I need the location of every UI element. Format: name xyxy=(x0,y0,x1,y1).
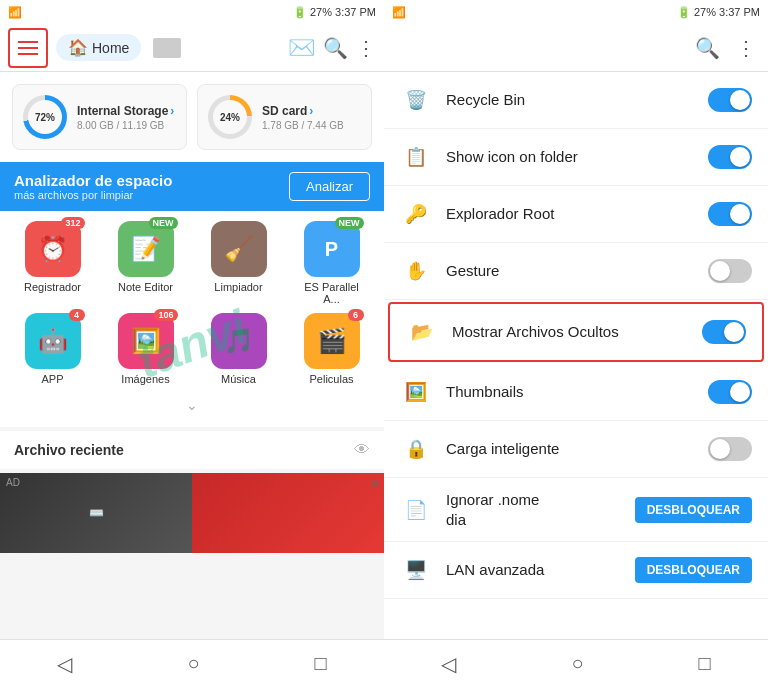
settings-item-ignore-nome: 📄 Ignorar .nomedia DESBLOQUEAR xyxy=(384,478,768,542)
status-bar-right: 🔋 27% 3:37 PM xyxy=(293,6,376,19)
recent-section: Archivo reciente 👁 xyxy=(0,431,384,469)
app-icon-limpiador: 🧹 xyxy=(211,221,267,277)
battery-percent: 27% xyxy=(310,6,332,18)
smart-charge-toggle[interactable] xyxy=(708,437,752,461)
right-bottom-nav: ◁ ○ □ xyxy=(384,639,768,687)
right-recents-button[interactable]: □ xyxy=(698,652,710,675)
recycle-bin-toggle[interactable] xyxy=(708,88,752,112)
show-icon-label: Show icon on folder xyxy=(446,147,694,167)
list-item[interactable]: 🎵 Música xyxy=(203,313,275,385)
right-back-button[interactable]: ◁ xyxy=(441,652,456,676)
home-icon: 🏠 xyxy=(68,38,88,57)
show-icon-toggle[interactable] xyxy=(708,145,752,169)
smart-charge-knob xyxy=(710,439,730,459)
app-icon-parallel: P xyxy=(304,221,360,277)
right-status-bar: 📶 🔋 27% 3:37 PM xyxy=(384,0,768,24)
list-item[interactable]: 🧹 Limpiador xyxy=(203,221,275,305)
app-icon-wrap: 🎵 xyxy=(211,313,267,369)
thumbnails-toggle[interactable] xyxy=(708,380,752,404)
app-icon-app: 🤖 xyxy=(25,313,81,369)
mail-button[interactable]: ✉️ xyxy=(288,35,315,61)
root-knob xyxy=(730,204,750,224)
gesture-toggle[interactable] xyxy=(708,259,752,283)
battery-icon: 🔋 xyxy=(293,6,307,19)
recent-title: Archivo reciente xyxy=(14,442,124,458)
lan-label: LAN avanzada xyxy=(446,560,621,580)
app-grid: ⏰ 312 Registrador 📝 NEW Note Editor 🧹 Li… xyxy=(0,211,384,427)
sdcard-storage-info: SD card › 1.78 GB / 7.44 GB xyxy=(262,104,361,131)
sdcard-storage-name: SD card › xyxy=(262,104,361,118)
hidden-files-knob xyxy=(724,322,744,342)
analyzer-text: Analizador de espacio más archivos por l… xyxy=(14,172,172,201)
lan-unlock-button[interactable]: DESBLOQUEAR xyxy=(635,557,752,583)
menu-button[interactable] xyxy=(8,28,48,68)
app-icon-wrap: 🎬 6 xyxy=(304,313,360,369)
smart-charge-label: Carga inteligente xyxy=(446,439,694,459)
analyzer-title: Analizador de espacio xyxy=(14,172,172,189)
right-panel: 📶 🔋 27% 3:37 PM 🔍 ⋮ 🗑️ Recycle Bin 📋 Sho… xyxy=(384,0,768,687)
root-icon: 🔑 xyxy=(400,198,432,230)
left-status-bar: 📶 🔋 27% 3:37 PM xyxy=(0,0,384,24)
internal-storage-card[interactable]: 72% Internal Storage › 8.00 GB / 11.19 G… xyxy=(12,84,187,150)
list-item[interactable]: 🤖 4 APP xyxy=(17,313,89,385)
ignore-nome-unlock-button[interactable]: DESBLOQUEAR xyxy=(635,497,752,523)
smart-charge-icon: 🔒 xyxy=(400,433,432,465)
eye-icon[interactable]: 👁 xyxy=(354,441,370,459)
tab-icon[interactable] xyxy=(153,38,181,58)
app-icon-wrap: 📝 NEW xyxy=(118,221,174,277)
list-item[interactable]: P NEW ES Parallel A... xyxy=(296,221,368,305)
left-bottom-nav: ◁ ○ □ xyxy=(0,639,384,687)
home-label: Home xyxy=(92,40,129,56)
app-row-1: ⏰ 312 Registrador 📝 NEW Note Editor 🧹 Li… xyxy=(10,221,374,305)
settings-item-show-icon: 📋 Show icon on folder xyxy=(384,129,768,186)
app-icon-note: 📝 xyxy=(118,221,174,277)
analyzer-subtitle: más archivos por limpiar xyxy=(14,189,172,201)
app-label-app: APP xyxy=(41,373,63,385)
more-options-button[interactable]: ⋮ xyxy=(356,36,376,60)
root-label: Explorador Root xyxy=(446,204,694,224)
right-home-button[interactable]: ○ xyxy=(571,652,583,675)
app-icon-wrap: 🧹 xyxy=(211,221,267,277)
expand-button[interactable]: ⌄ xyxy=(10,393,374,417)
recycle-bin-icon: 🗑️ xyxy=(400,84,432,116)
app-label-registrador: Registrador xyxy=(24,281,81,293)
app-label-limpiador: Limpiador xyxy=(214,281,262,293)
analyzer-button[interactable]: Analizar xyxy=(289,172,370,201)
left-panel: 📶 🔋 27% 3:37 PM 🏠 Home ✉️ 🔍 ⋮ 72% xyxy=(0,0,384,687)
sdcard-storage-card[interactable]: 24% SD card › 1.78 GB / 7.44 GB xyxy=(197,84,372,150)
list-item[interactable]: 🎬 6 Peliculas xyxy=(296,313,368,385)
ad-label: AD xyxy=(6,477,20,488)
list-item[interactable]: 📝 NEW Note Editor xyxy=(110,221,182,305)
app-icon-wrap: 🖼️ 106 xyxy=(118,313,174,369)
app-icon-musica: 🎵 xyxy=(211,313,267,369)
hidden-files-toggle[interactable] xyxy=(702,320,746,344)
sdcard-storage-percent: 24% xyxy=(213,100,247,134)
right-search-button[interactable]: 🔍 xyxy=(695,36,720,60)
home-button[interactable]: 🏠 Home xyxy=(56,34,141,61)
badge-parallel: NEW xyxy=(335,217,364,229)
list-item[interactable]: 🖼️ 106 Imágenes xyxy=(110,313,182,385)
ad-image-left: ⌨️ xyxy=(0,473,192,553)
right-status-right: 🔋 27% 3:37 PM xyxy=(677,6,760,19)
list-item[interactable]: ⏰ 312 Registrador xyxy=(17,221,89,305)
settings-item-gesture: ✋ Gesture xyxy=(384,243,768,300)
app-label-note: Note Editor xyxy=(118,281,173,293)
thumbnails-icon: 🖼️ xyxy=(400,376,432,408)
home-nav-button[interactable]: ○ xyxy=(187,652,199,675)
app-icon-registrador: ⏰ xyxy=(25,221,81,277)
badge-peliculas: 6 xyxy=(348,309,364,321)
ad-content: ⌨️ xyxy=(0,473,384,553)
app-row-2: 🤖 4 APP 🖼️ 106 Imágenes 🎵 Música xyxy=(10,313,374,385)
search-button[interactable]: 🔍 xyxy=(323,36,348,60)
right-signal-icon: 📶 xyxy=(392,6,406,18)
right-more-button[interactable]: ⋮ xyxy=(736,36,756,60)
app-label-musica: Música xyxy=(221,373,256,385)
ignore-nome-icon: 📄 xyxy=(400,494,432,526)
show-icon-knob xyxy=(730,147,750,167)
ad-close-button[interactable]: ✕ xyxy=(370,477,380,491)
root-toggle[interactable] xyxy=(708,202,752,226)
recents-button[interactable]: □ xyxy=(314,652,326,675)
back-button[interactable]: ◁ xyxy=(57,652,72,676)
internal-storage-percent: 72% xyxy=(28,100,62,134)
gesture-knob xyxy=(710,261,730,281)
